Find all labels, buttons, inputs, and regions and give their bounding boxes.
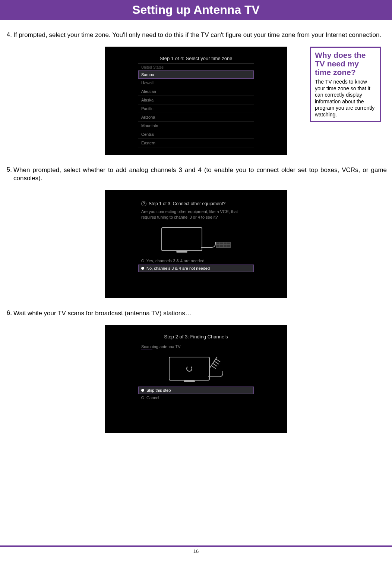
svg-line-2 — [213, 363, 217, 366]
spinner-icon — [186, 366, 192, 372]
svg-line-4 — [216, 359, 220, 362]
scan-subtext: Scanning antenna TV — [138, 342, 254, 349]
step-text: If prompted, select your time zone. You'… — [13, 31, 387, 39]
scan-progress-underline — [141, 350, 152, 350]
screen-title: Step 1 of 3: Connect other equipment? — [149, 201, 225, 206]
option-label: Yes, channels 3 & 4 are needed — [146, 259, 205, 263]
radio-icon — [141, 396, 144, 399]
timezone-item[interactable]: Central — [138, 130, 254, 139]
step-number: 4. — [5, 31, 13, 38]
timezone-item[interactable]: Eastern — [138, 139, 254, 147]
callout-box: Why does the TV need my time zone? The T… — [310, 47, 381, 122]
screenshot-timezone: Step 1 of 4: Select your time zone Unite… — [105, 47, 287, 155]
timezone-item[interactable]: Pacific — [138, 104, 254, 113]
option-cancel[interactable]: Cancel — [138, 394, 254, 401]
timezone-item[interactable]: Arizona — [138, 113, 254, 122]
step-5: 5. When prompted, select whether to add … — [5, 166, 387, 182]
figure-2-wrap: ? Step 1 of 3: Connect other equipment? … — [5, 190, 387, 298]
screenshot-connect-equipment: ? Step 1 of 3: Connect other equipment? … — [105, 190, 287, 298]
tv-icon — [169, 357, 210, 381]
antenna-icon — [206, 353, 225, 372]
page-content: 4. If prompted, select your time zone. Y… — [0, 20, 392, 433]
tv-icon — [161, 227, 202, 251]
screen-title: Step 1 of 4: Select your time zone — [138, 56, 254, 64]
option-label: No, channels 3 & 4 are not needed — [146, 266, 210, 270]
timezone-item[interactable]: Mountain — [138, 122, 254, 130]
option-yes[interactable]: Yes, channels 3 & 4 are needed — [138, 257, 254, 265]
timezone-group-label: United States — [138, 64, 254, 71]
screenshot-finding-channels: Step 2 of 3: Finding Channels Scanning a… — [105, 325, 287, 433]
figure-3-wrap: Step 2 of 3: Finding Channels Scanning a… — [5, 325, 387, 433]
svg-line-1 — [211, 366, 216, 369]
page-title: Setting up Antenna TV — [0, 3, 392, 17]
timezone-item[interactable]: Alaska — [138, 96, 254, 104]
option-no[interactable]: No, channels 3 & 4 are not needed — [138, 265, 254, 272]
radio-icon — [141, 389, 144, 392]
tv-antenna-illustration — [138, 354, 254, 384]
page-number: 16 — [193, 548, 199, 554]
screen-title-row: ? Step 1 of 3: Connect other equipment? — [138, 199, 254, 208]
page-header: Setting up Antenna TV — [0, 0, 392, 20]
callout-title: Why does the TV need my time zone? — [315, 51, 376, 76]
callout-body: The TV needs to know your time zone so t… — [315, 79, 376, 118]
step-number: 6. — [5, 309, 13, 317]
question-icon: ? — [141, 201, 146, 206]
timezone-item[interactable]: Samoa — [138, 71, 254, 79]
screen-title: Step 2 of 3: Finding Channels — [138, 334, 254, 342]
page-footer: 16 — [0, 545, 392, 554]
figure-1-wrap: Step 1 of 4: Select your time zone Unite… — [5, 47, 387, 155]
cable-icon — [208, 371, 223, 377]
timezone-item[interactable]: Hawaii — [138, 79, 254, 87]
radio-icon — [141, 267, 144, 270]
vcr-icon — [216, 242, 231, 248]
step-text: When prompted, select whether to add ana… — [13, 166, 387, 182]
cable-icon — [201, 242, 216, 248]
timezone-list: SamoaHawaiiAleutianAlaskaPacificArizonaM… — [138, 71, 254, 147]
radio-icon — [141, 259, 144, 262]
option-label: Cancel — [146, 395, 159, 400]
step-6: 6. Wait while your TV scans for broadcas… — [5, 309, 387, 318]
step-number: 5. — [5, 166, 13, 173]
screen-subtext: Are you connecting other equipment, like… — [138, 208, 254, 223]
svg-line-3 — [214, 361, 219, 364]
timezone-item[interactable]: Aleutian — [138, 87, 254, 96]
step-text: Wait while your TV scans for broadcast (… — [13, 309, 387, 318]
step-4: 4. If prompted, select your time zone. Y… — [5, 31, 387, 39]
option-label: Skip this step — [146, 388, 171, 392]
option-skip[interactable]: Skip this step — [138, 387, 254, 394]
tv-illustration — [138, 224, 254, 254]
